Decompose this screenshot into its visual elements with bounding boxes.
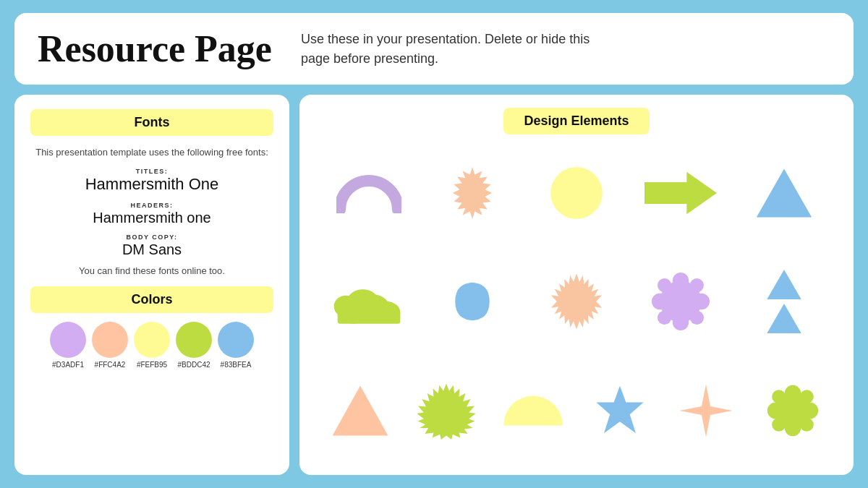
- svg-point-13: [672, 314, 688, 330]
- flower-green-svg: [764, 382, 822, 440]
- swatch-blue: #83BFEA: [218, 322, 254, 369]
- svg-rect-9: [337, 311, 400, 324]
- swatch-peach: #FFC4A2: [92, 322, 128, 369]
- svg-marker-20: [767, 270, 801, 300]
- star-blue-svg: [592, 383, 647, 438]
- starburst-green-svg: [417, 382, 475, 440]
- fonts-description: This presentation template uses the foll…: [30, 146, 273, 159]
- shape-flower-green: [753, 378, 833, 443]
- shape-rainbow: [329, 160, 409, 226]
- svg-marker-0: [453, 167, 492, 219]
- svg-point-12: [672, 273, 688, 288]
- main-row: Fonts This presentation template uses th…: [14, 95, 854, 475]
- swatch-purple: #D3ADF1: [50, 322, 86, 369]
- svg-marker-23: [417, 383, 475, 440]
- color-hex-blue: #83BFEA: [221, 361, 252, 369]
- shape-triangle-blue-large: [744, 160, 824, 226]
- svg-point-18: [658, 311, 671, 325]
- svg-marker-25: [680, 384, 733, 437]
- svg-point-8: [347, 290, 378, 314]
- shape-4star-peach: [666, 378, 746, 443]
- shape-starburst-peach-1: [433, 160, 512, 226]
- design-elements-label: Design Elements: [503, 108, 649, 134]
- 4star-peach-svg: [678, 383, 733, 438]
- colors-section: Colors #D3ADF1 #FFC4A2 #FEFB95: [30, 286, 273, 369]
- shape-cloud-green: [329, 269, 409, 334]
- svg-point-15: [693, 294, 709, 309]
- svg-marker-2: [644, 172, 717, 214]
- svg-point-14: [652, 294, 668, 309]
- svg-point-17: [689, 278, 703, 292]
- shape-circle-yellow-1: [537, 160, 616, 226]
- half-circle-yellow-svg: [501, 393, 566, 429]
- svg-point-16: [658, 278, 671, 292]
- page-wrapper: Resource Page Use these in your presenta…: [0, 0, 868, 488]
- shape-starburst-green: [407, 378, 486, 443]
- shapes-row-1: [317, 142, 836, 244]
- font-body: BODY COPY: DM Sans: [30, 234, 273, 258]
- triangle-blue-sm-2-svg: [760, 303, 808, 334]
- svg-marker-10: [551, 274, 602, 330]
- font-titles: TITLES: Hammersmith One: [30, 168, 273, 194]
- circle-yellow-svg: [548, 165, 605, 221]
- triangle-blue-large-svg: [755, 168, 813, 218]
- shape-star-blue: [580, 378, 660, 443]
- double-d-svg: [440, 275, 505, 328]
- swatch-yellow: #FEFB95: [134, 322, 170, 369]
- shape-arrow-green: [641, 160, 720, 226]
- color-hex-green: #BDDC42: [177, 361, 210, 369]
- fonts-section: This presentation template uses the foll…: [30, 146, 273, 276]
- shape-flower-purple: [641, 269, 720, 334]
- svg-marker-24: [596, 386, 643, 433]
- header-card: Resource Page Use these in your presenta…: [14, 13, 854, 85]
- fonts-note: You can find these fonts online too.: [30, 265, 273, 276]
- color-hex-peach: #FFC4A2: [95, 361, 126, 369]
- font-titles-label: TITLES:: [30, 168, 273, 175]
- swatch-green: #BDDC42: [176, 322, 212, 369]
- design-elements-header: Design Elements: [317, 108, 836, 134]
- svg-point-35: [777, 394, 809, 427]
- right-panel: Design Elements: [299, 95, 854, 475]
- shapes-row-2: [317, 250, 836, 353]
- shape-half-circle-yellow: [493, 378, 573, 443]
- font-body-name: DM Sans: [30, 241, 273, 258]
- svg-marker-3: [757, 169, 812, 218]
- fonts-label: Fonts: [30, 109, 273, 136]
- color-circle-yellow: [134, 322, 170, 358]
- font-headers: HEADERS: Hammersmith one: [30, 202, 273, 226]
- left-panel: Fonts This presentation template uses th…: [14, 95, 289, 475]
- triangle-blue-sm-1-svg: [760, 269, 808, 300]
- page-title: Resource Page: [38, 27, 272, 70]
- color-hex-yellow: #FEFB95: [137, 361, 167, 369]
- color-circle-purple: [50, 322, 86, 358]
- starburst-peach-1-svg: [443, 164, 501, 222]
- font-titles-name: Hammersmith One: [30, 175, 273, 194]
- color-circle-peach: [92, 322, 128, 358]
- svg-marker-21: [767, 304, 801, 334]
- svg-point-19: [689, 311, 703, 325]
- shape-double-d-blue: [433, 269, 512, 334]
- rainbow-svg: [336, 174, 401, 213]
- triangle-peach-svg: [331, 385, 389, 437]
- font-body-label: BODY COPY:: [30, 234, 273, 241]
- svg-marker-22: [332, 385, 388, 435]
- flower-purple-svg: [652, 273, 710, 330]
- starburst-peach-2-svg: [548, 273, 605, 330]
- shapes-grid: [317, 142, 836, 462]
- color-swatches: #D3ADF1 #FFC4A2 #FEFB95 #BDDC42: [30, 322, 273, 369]
- font-headers-label: HEADERS:: [30, 202, 273, 209]
- shapes-row-3: [317, 359, 836, 462]
- svg-point-1: [550, 167, 603, 219]
- colors-label: Colors: [30, 286, 273, 313]
- shape-triangle-peach: [320, 378, 400, 443]
- cloud-svg: [333, 275, 405, 328]
- header-description: Use these in your presentation. Delete o…: [301, 30, 605, 69]
- color-circle-green: [176, 322, 212, 358]
- color-circle-blue: [218, 322, 254, 358]
- arrow-green-svg: [644, 167, 717, 219]
- shape-starburst-peach-2: [537, 269, 616, 334]
- color-hex-purple: #D3ADF1: [52, 361, 84, 369]
- font-headers-name: Hammersmith one: [30, 209, 273, 226]
- shape-triangles-blue-stacked: [744, 269, 824, 334]
